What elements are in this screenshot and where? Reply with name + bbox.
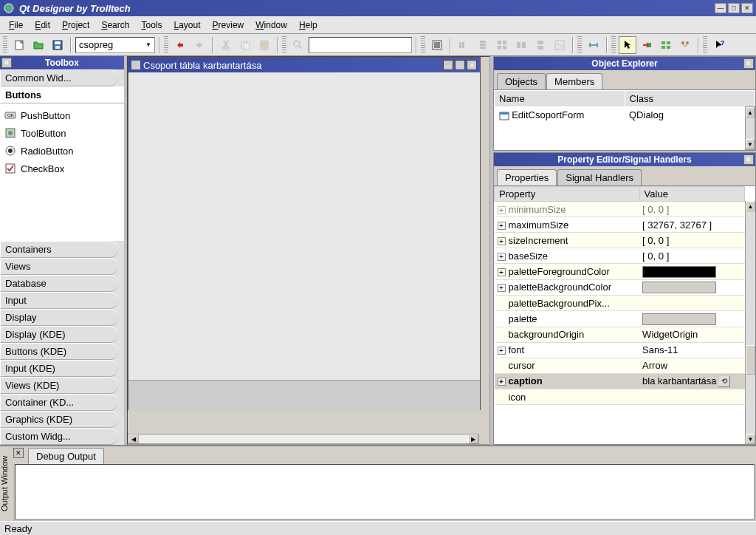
menu-edit[interactable]: Edit bbox=[29, 18, 56, 33]
toolbox-cat-database[interactable]: Database bbox=[0, 275, 118, 292]
property-row[interactable]: palette bbox=[495, 311, 745, 327]
tab-objects[interactable]: Objects bbox=[497, 73, 546, 89]
property-row[interactable]: paletteBackgroundPix... bbox=[495, 296, 745, 311]
toolbar-grip[interactable] bbox=[611, 36, 616, 54]
property-row[interactable]: +paletteForegroundColor bbox=[495, 264, 745, 280]
spacer-icon[interactable] bbox=[585, 36, 602, 54]
column-class[interactable]: Class bbox=[625, 91, 755, 107]
toolbox-cat-display-kde[interactable]: Display (KDE) bbox=[0, 326, 118, 343]
checkbox-item[interactable]: CheckBox bbox=[3, 160, 121, 177]
search-input[interactable] bbox=[309, 37, 412, 53]
property-expander-icon[interactable]: + bbox=[498, 378, 506, 386]
toolbox-close-icon[interactable]: ✕ bbox=[1, 58, 12, 68]
new-file-icon[interactable] bbox=[10, 36, 28, 54]
cut-icon[interactable] bbox=[217, 36, 235, 54]
menu-search[interactable]: Search bbox=[95, 18, 135, 33]
redo-icon[interactable] bbox=[190, 36, 208, 54]
property-expander-icon[interactable]: + bbox=[498, 253, 506, 261]
property-row[interactable]: +baseSize[ 0, 0 ] bbox=[495, 248, 745, 264]
menu-window[interactable]: Window bbox=[250, 18, 293, 33]
tab-debug-output[interactable]: Debug Output bbox=[28, 448, 104, 464]
close-button[interactable]: ✕ bbox=[741, 3, 753, 13]
radiobutton-item[interactable]: RadioButton bbox=[3, 142, 121, 160]
menu-preview[interactable]: Preview bbox=[207, 18, 250, 33]
property-expander-icon[interactable]: + bbox=[498, 222, 506, 230]
search-icon[interactable] bbox=[289, 36, 307, 54]
reset-property-icon[interactable]: ⟲ bbox=[718, 375, 730, 387]
tab-signal-handlers[interactable]: Signal Handlers bbox=[557, 169, 642, 185]
open-file-icon[interactable] bbox=[30, 36, 47, 54]
layout-h-icon[interactable]: < rect pointer-events="none" x="10" y="4… bbox=[455, 36, 472, 54]
buddy-icon[interactable] bbox=[676, 36, 694, 54]
toolbutton-item[interactable]: ToolButton bbox=[3, 124, 121, 142]
debug-close-icon[interactable]: ✕ bbox=[13, 448, 24, 458]
property-expander-icon[interactable]: + bbox=[498, 237, 506, 245]
form-resize-area[interactable] bbox=[128, 380, 480, 411]
debug-output-content[interactable] bbox=[15, 464, 755, 519]
project-combo[interactable]: csopreg▼ bbox=[75, 37, 155, 53]
design-area[interactable]: Csoport tábla karbantartása — □ ✕ ◀ ▶ bbox=[127, 56, 490, 445]
property-row[interactable]: +paletteBackgroundColor bbox=[495, 279, 745, 296]
form-titlebar[interactable]: Csoport tábla karbantartása — □ ✕ bbox=[128, 58, 480, 72]
tab-order-icon[interactable] bbox=[657, 36, 675, 54]
design-hscrollbar[interactable]: ◀ ▶ bbox=[128, 434, 479, 444]
tab-members[interactable]: Members bbox=[546, 73, 602, 89]
property-row[interactable]: +captionbla karbantartása⟲ bbox=[495, 373, 745, 389]
scroll-down-icon[interactable]: ▼ bbox=[746, 434, 755, 444]
object-explorer-close-icon[interactable]: ✕ bbox=[743, 58, 754, 69]
toolbox-cat-container-kde[interactable]: Container (KD... bbox=[0, 394, 118, 411]
scrollbar-thumb[interactable] bbox=[746, 345, 755, 375]
toolbar-grip[interactable] bbox=[577, 36, 582, 54]
toolbox-cat-views[interactable]: Views bbox=[0, 258, 118, 275]
form-close-button[interactable]: ✕ bbox=[467, 60, 477, 70]
pushbutton-item[interactable]: OKPushButton bbox=[3, 106, 121, 124]
toolbox-cat-custom[interactable]: Custom Widg... bbox=[0, 428, 118, 445]
toolbar-grip[interactable] bbox=[421, 36, 425, 54]
adjust-size-icon[interactable] bbox=[428, 36, 446, 54]
menu-file[interactable]: File bbox=[3, 18, 29, 33]
toolbar-grip[interactable] bbox=[3, 36, 7, 54]
toolbar-grip[interactable] bbox=[282, 36, 286, 54]
form-canvas[interactable] bbox=[128, 72, 480, 380]
toolbox-cat-display[interactable]: Display bbox=[0, 309, 118, 326]
property-expander-icon[interactable]: + bbox=[498, 347, 506, 355]
layout-grid-icon[interactable] bbox=[493, 36, 511, 54]
save-icon[interactable] bbox=[49, 36, 66, 54]
tab-properties[interactable]: Properties bbox=[497, 169, 557, 185]
form-maximize-button[interactable]: □ bbox=[455, 60, 465, 70]
toolbar-grip[interactable] bbox=[703, 36, 707, 54]
property-row[interactable]: +sizeIncrement[ 0, 0 ] bbox=[495, 233, 745, 248]
object-explorer-vscrollbar[interactable]: ▲ ▼ bbox=[745, 106, 755, 150]
property-editor-close-icon[interactable]: ✕ bbox=[743, 154, 754, 165]
scroll-down-icon[interactable]: ▼ bbox=[746, 139, 755, 149]
column-property[interactable]: Property bbox=[495, 187, 640, 202]
property-row[interactable]: cursorArrow bbox=[495, 358, 745, 373]
object-row[interactable]: EditCsoportFormQDialog bbox=[495, 107, 755, 123]
property-row[interactable]: +minimumSize[ 0, 0 ] bbox=[495, 202, 745, 217]
form-minimize-button[interactable]: — bbox=[443, 60, 453, 70]
whatsthis-icon[interactable]: ? bbox=[710, 36, 728, 54]
menu-help[interactable]: Help bbox=[293, 18, 323, 33]
toolbox-cat-input[interactable]: Input bbox=[0, 292, 118, 309]
copy-icon[interactable] bbox=[236, 36, 254, 54]
toolbox-cat-containers[interactable]: Containers bbox=[0, 241, 118, 258]
scroll-left-icon[interactable]: ◀ bbox=[128, 435, 139, 443]
toolbox-cat-input-kde[interactable]: Input (KDE) bbox=[0, 360, 118, 377]
property-row[interactable]: +fontSans-11 bbox=[495, 342, 745, 358]
pointer-icon[interactable] bbox=[619, 36, 636, 54]
menu-project[interactable]: Project bbox=[56, 18, 95, 33]
column-value[interactable]: Value bbox=[639, 187, 744, 202]
signal-slot-icon[interactable] bbox=[638, 36, 656, 54]
toolbox-cat-buttons[interactable]: Buttons bbox=[0, 86, 124, 103]
toolbox-cat-buttons-kde[interactable]: Buttons (KDE) bbox=[0, 343, 118, 360]
toolbox-cat-graphics-kde[interactable]: Graphics (KDE) bbox=[0, 411, 118, 428]
property-expander-icon[interactable]: + bbox=[498, 206, 506, 214]
scroll-up-icon[interactable]: ▲ bbox=[746, 201, 755, 211]
toolbar-grip[interactable] bbox=[164, 36, 168, 54]
minimize-button[interactable]: — bbox=[715, 3, 726, 13]
property-row[interactable]: backgroundOriginWidgetOrigin bbox=[495, 327, 745, 342]
toolbox-cat-views-kde[interactable]: Views (KDE) bbox=[0, 377, 118, 394]
menu-tools[interactable]: Tools bbox=[135, 18, 168, 33]
property-expander-icon[interactable]: + bbox=[498, 284, 506, 292]
undo-icon[interactable] bbox=[171, 36, 189, 54]
